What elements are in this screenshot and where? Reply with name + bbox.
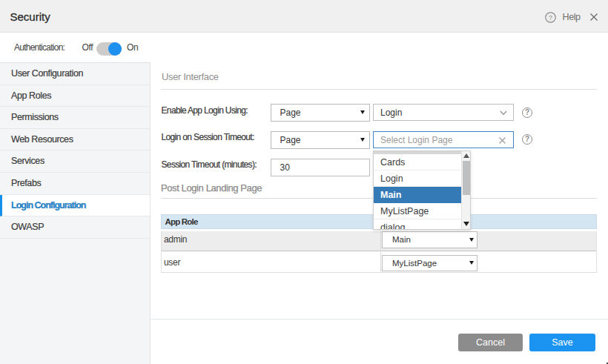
svg-text:?: ? (549, 13, 552, 21)
